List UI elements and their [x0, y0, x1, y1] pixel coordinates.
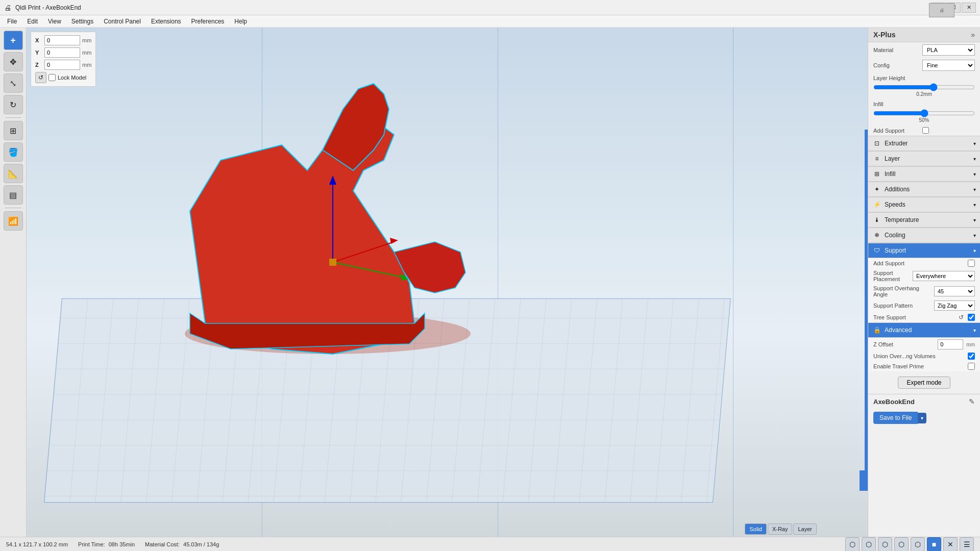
- menu-item-view[interactable]: View: [43, 17, 66, 26]
- section-speeds-header[interactable]: ⚡ Speeds ▾: [868, 197, 980, 212]
- tree-support-checkbox[interactable]: [968, 314, 975, 321]
- toolbar-wifi-icon[interactable]: 📶: [4, 211, 23, 231]
- x-unit: mm: [82, 37, 91, 43]
- support-pattern-select[interactable]: Zig Zag Lines Grid Concentric: [934, 300, 975, 311]
- section-additions-header[interactable]: ✦ Additions ▾: [868, 182, 980, 197]
- support-content: Add Support Support Placement Everywhere…: [868, 258, 980, 322]
- add-support-label: Add Support: [873, 260, 965, 266]
- toolbar-layers-icon[interactable]: ⊞: [4, 121, 23, 140]
- section-infill-header[interactable]: ⊞ Infill ▾: [868, 166, 980, 182]
- tree-support-refresh-icon[interactable]: ↺: [959, 314, 964, 321]
- toolbar-scale-icon[interactable]: ⤡: [4, 73, 23, 93]
- config-row: Config Fine Normal Fast: [868, 58, 980, 73]
- menu-item-file[interactable]: File: [2, 17, 22, 26]
- infill-section-icon: ⊞: [872, 169, 881, 179]
- section-support-header[interactable]: 🛡 Support ▾: [868, 243, 980, 258]
- toolbar-bucket-icon[interactable]: 🪣: [4, 142, 23, 162]
- toolbar-separator-2: [5, 208, 21, 208]
- advanced-icon: 🔒: [872, 325, 881, 335]
- blue-indicator[interactable]: [860, 470, 868, 491]
- app-icon: 🖨: [4, 4, 11, 12]
- infill-slider[interactable]: [873, 109, 975, 117]
- material-row: Material PLA ABS PETG: [868, 42, 980, 58]
- layer-height-value: 0.2mm: [916, 91, 932, 97]
- panel-expand-button[interactable]: »: [971, 31, 975, 39]
- solid-view-button[interactable]: Solid: [745, 523, 766, 535]
- lock-checkbox[interactable]: [48, 74, 56, 81]
- printer-name: X-Plus: [873, 31, 896, 39]
- additions-icon: ✦: [872, 185, 881, 194]
- menu-item-control panel[interactable]: Control Panel: [99, 17, 146, 26]
- toolbar-move-icon[interactable]: ✥: [4, 52, 23, 71]
- toolbar-menu-icon[interactable]: ☰: [960, 537, 974, 552]
- add-support-checkbox[interactable]: [968, 260, 975, 267]
- toolbar-tray-icon[interactable]: ⬡: [911, 537, 925, 552]
- expert-mode-button[interactable]: Expert mode: [898, 377, 950, 389]
- lock-row: ↺ Lock Model: [35, 72, 91, 83]
- menu-item-edit[interactable]: Edit: [22, 17, 43, 26]
- material-select[interactable]: PLA ABS PETG: [922, 44, 975, 56]
- left-toolbar: + ✥ ⤡ ↻ ⊞ 🪣 📐 ▤ 📶: [0, 28, 27, 537]
- layer-view-button[interactable]: Layer: [793, 523, 817, 535]
- material-cost-label: Material Cost: 45.03m / 134g: [145, 541, 219, 547]
- save-to-file-button[interactable]: Save to File: [873, 412, 918, 424]
- toolbar-cylinder-icon[interactable]: ⬡: [878, 537, 892, 552]
- z-offset-unit: mm: [966, 342, 975, 347]
- toolbar-solid-icon[interactable]: ■: [927, 537, 941, 552]
- toolbar-rotate-icon[interactable]: ↻: [4, 95, 23, 114]
- layer-icon: ≡: [872, 154, 881, 163]
- 3d-model: [129, 68, 527, 385]
- section-speeds-label: Speeds: [885, 201, 973, 208]
- toolbar-box-icon[interactable]: ⬡: [894, 537, 909, 552]
- menu-item-extensions[interactable]: Extensions: [146, 17, 186, 26]
- toolbar-cube-icon[interactable]: ⬡: [845, 537, 860, 552]
- toolbar-cancel-icon[interactable]: ✕: [943, 537, 958, 552]
- add-support-top-row: Add Support: [868, 125, 980, 136]
- support-pattern-label: Support Pattern: [873, 303, 931, 309]
- add-support-top-checkbox[interactable]: [922, 127, 929, 134]
- menu-item-settings[interactable]: Settings: [66, 17, 99, 26]
- xray-view-button[interactable]: X-Ray: [768, 523, 793, 535]
- z-input[interactable]: [44, 60, 80, 70]
- layer-height-slider[interactable]: [873, 83, 975, 91]
- main: + ✥ ⤡ ↻ ⊞ 🪣 📐 ▤ 📶: [0, 28, 980, 537]
- section-infill-label: Infill: [885, 170, 973, 178]
- section-extruder-header[interactable]: ⊡ Extruder ▾: [868, 136, 980, 151]
- blue-progress-bar[interactable]: [865, 130, 868, 486]
- toolbar-sphere-icon[interactable]: ⬡: [862, 537, 876, 552]
- union-volumes-checkbox[interactable]: [968, 353, 975, 360]
- add-support-top-label: Add Support: [873, 128, 919, 134]
- section-support-label: Support: [885, 247, 973, 254]
- printer-info: 🖨 X-Plus: [873, 31, 896, 39]
- edit-icon[interactable]: ✎: [969, 397, 975, 406]
- config-select[interactable]: Fine Normal Fast: [922, 60, 975, 71]
- cooling-icon: ❄: [872, 231, 881, 240]
- toolbar-align-icon[interactable]: ▤: [4, 185, 23, 205]
- support-overhang-select[interactable]: 45 30 60: [934, 286, 975, 296]
- z-offset-input[interactable]: [938, 339, 963, 349]
- save-btn-container: Save to File ▾: [868, 409, 980, 427]
- menu-item-preferences[interactable]: Preferences: [186, 17, 230, 26]
- save-dropdown-button[interactable]: ▾: [918, 413, 926, 423]
- toolbar-add-icon[interactable]: +: [4, 31, 23, 50]
- origin-marker: [329, 259, 336, 266]
- menubar: FileEditViewSettingsControl PanelExtensi…: [0, 15, 980, 28]
- reset-button[interactable]: ↺: [35, 72, 46, 83]
- toolbar-measure-icon[interactable]: 📐: [4, 164, 23, 183]
- section-advanced-header[interactable]: 🔒 Advanced ▾: [868, 322, 980, 338]
- save-file-label: Save to File: [879, 414, 912, 421]
- section-layer-header[interactable]: ≡ Layer ▾: [868, 151, 980, 166]
- menu-item-help[interactable]: Help: [229, 17, 252, 26]
- close-button[interactable]: ✕: [962, 3, 976, 13]
- y-input[interactable]: [44, 47, 80, 58]
- section-temperature-header[interactable]: 🌡 Temperature ▾: [868, 212, 980, 228]
- section-additions-label: Additions: [885, 186, 973, 193]
- section-cooling-header[interactable]: ❄ Cooling ▾: [868, 228, 980, 243]
- enable-travel-checkbox[interactable]: [968, 363, 975, 370]
- layer-height-row: Layer Height: [868, 73, 980, 83]
- y-coord-row: Y mm: [35, 47, 91, 58]
- titlebar-left: 🖨 Qidi Print - AxeBookEnd: [4, 4, 81, 12]
- support-placement-select[interactable]: Everywhere Touching Buildplate: [913, 271, 975, 281]
- x-input[interactable]: [44, 35, 80, 45]
- infill-slider-container: 50%: [868, 109, 980, 125]
